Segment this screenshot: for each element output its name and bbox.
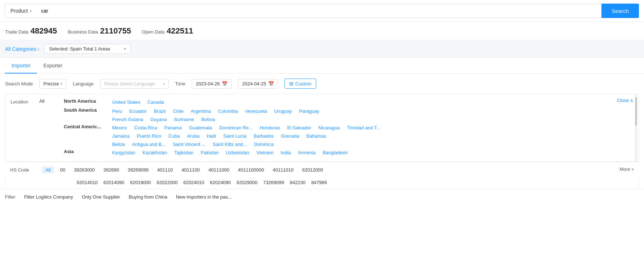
country-nicaragua[interactable]: Nicaragua — [316, 124, 342, 132]
hs-code-62014010[interactable]: 62014010 — [74, 179, 101, 186]
hs-code-4011100[interactable]: 4011100 — [178, 166, 203, 173]
country-ecuador[interactable]: Ecuador — [127, 107, 149, 115]
search-button[interactable]: Search — [601, 4, 639, 18]
country-mexico[interactable]: Mexico — [110, 124, 129, 132]
country-el-salvador[interactable]: El Salvador — [285, 124, 313, 132]
hs-code-all-button[interactable]: All — [42, 166, 54, 173]
hs-code-392690[interactable]: 392690 — [101, 166, 122, 173]
country-armenia[interactable]: Armenia — [296, 149, 318, 156]
location-all-button[interactable]: All — [39, 98, 44, 104]
country-saint-lucia[interactable]: Saint Lucia — [221, 132, 248, 140]
country-saint-kitts[interactable]: Saint Kitts and... — [211, 141, 249, 148]
country-barbados[interactable]: Barbados — [251, 132, 276, 140]
country-saint-vincent[interactable]: Saint Vincent ... — [171, 141, 208, 148]
language-label: Language — [73, 81, 94, 86]
hs-code-401110[interactable]: 401110 — [154, 166, 176, 173]
country-aruba[interactable]: Aruba — [185, 132, 202, 140]
country-costa-rica[interactable]: Costa Rica — [132, 124, 159, 132]
trade-data-num: 482945 — [31, 26, 57, 36]
country-kazakhstan[interactable]: Kazakhstan — [140, 149, 169, 156]
filter-one-supplier[interactable]: Only One Supplier — [82, 194, 120, 200]
country-dominican-rep[interactable]: Dominican Re... — [217, 124, 255, 132]
country-argentina[interactable]: Argentina — [189, 107, 213, 115]
options-row: Search Mode Precise ▾ Language Please Se… — [0, 74, 644, 94]
scrollbar-thumb[interactable] — [635, 97, 637, 126]
country-grenada[interactable]: Grenada — [279, 132, 301, 140]
mode-select-dropdown[interactable]: Precise ▾ — [39, 79, 66, 89]
hs-code-62014090[interactable]: 62014090 — [101, 179, 127, 186]
language-select-dropdown[interactable]: Please Select Language ▾ — [100, 79, 169, 89]
filter-buying-china[interactable]: Buying from China — [129, 194, 167, 200]
date-end-value: 2024-04-25 — [242, 81, 266, 86]
hs-code-4011100000[interactable]: 4011100000 — [235, 166, 267, 173]
custom-button[interactable]: ⊞ Custom — [284, 79, 316, 89]
hs-code-62022000[interactable]: 62022000 — [154, 179, 181, 186]
close-location-button[interactable]: Close ∧ — [617, 98, 634, 103]
all-categories-button[interactable]: All Categories › — [5, 46, 39, 52]
hs-code-62024010[interactable]: 62024010 — [180, 179, 207, 186]
country-dominica[interactable]: Dominica — [252, 141, 275, 148]
trade-data-label: Trade Data — [5, 29, 28, 35]
country-brazil[interactable]: Brazil — [152, 107, 168, 115]
filter-bar: All Categories › Selected: Spain Total 1… — [0, 40, 644, 58]
country-canada[interactable]: Canada — [145, 98, 166, 106]
country-pakistan[interactable]: Pakistan — [199, 149, 221, 156]
north-america-label: North America — [64, 98, 107, 104]
country-french-guiana[interactable]: French Guiana — [110, 116, 145, 123]
country-belize[interactable]: Belize — [110, 141, 127, 148]
country-kyrgyzstan[interactable]: Kyrgyzstan — [110, 149, 137, 156]
country-bahamas[interactable]: Bahamas — [304, 132, 328, 140]
filter-strip: Filter Filter Logitics Company Only One … — [0, 189, 644, 203]
country-united-states[interactable]: United States — [110, 98, 142, 106]
hs-code-842230[interactable]: 842230 — [287, 179, 308, 186]
hs-code-40111000[interactable]: 40111000 — [206, 166, 232, 173]
search-input[interactable] — [37, 4, 601, 18]
tab-exporter[interactable]: Exporter — [37, 58, 69, 74]
hs-code-62012000[interactable]: 62012000 — [299, 166, 326, 173]
area-dropdown-arrow-icon: ▾ — [124, 46, 126, 51]
country-colombia[interactable]: Colombia — [216, 107, 240, 115]
country-cuba[interactable]: Cuba — [166, 132, 182, 140]
country-vietnam[interactable]: Vietnam — [254, 149, 275, 156]
calendar-end-icon[interactable]: 📅 — [268, 81, 274, 86]
country-jamaica[interactable]: Jamaica — [110, 132, 132, 140]
country-venezuela[interactable]: Venezuela — [243, 107, 269, 115]
country-paraguay[interactable]: Paraguay — [297, 107, 321, 115]
hs-code-39263000[interactable]: 39263000 — [71, 166, 98, 173]
country-honduras[interactable]: Honduras — [257, 124, 282, 132]
country-india[interactable]: India — [278, 149, 293, 156]
filter-logistics-company[interactable]: Filter Logitics Company — [24, 194, 73, 200]
search-type-dropdown[interactable]: Product ▾ — [5, 4, 37, 18]
country-peru[interactable]: Peru — [110, 107, 124, 115]
hs-code-40111010[interactable]: 40111010 — [270, 166, 296, 173]
hs-code-39269099[interactable]: 39269099 — [125, 166, 151, 173]
country-guyana[interactable]: Guyana — [148, 116, 169, 123]
tab-importer[interactable]: Importer — [5, 58, 37, 74]
country-bolivia[interactable]: Bolivia — [199, 116, 217, 123]
hs-code-62024090[interactable]: 62024090 — [207, 179, 234, 186]
country-puerto-rico[interactable]: Puerto Rico — [134, 132, 163, 140]
country-chile[interactable]: Chile — [171, 107, 186, 115]
country-trinidad[interactable]: Trinidad and T... — [345, 124, 383, 132]
hs-code-62029000[interactable]: 62029000 — [234, 179, 260, 186]
country-antigua[interactable]: Antigua and B... — [130, 141, 168, 148]
hs-code-62019000[interactable]: 62019000 — [127, 179, 154, 186]
country-uzbekistan[interactable]: Uzbekistan — [224, 149, 251, 156]
hs-code-more-button[interactable]: More ∨ — [619, 166, 634, 172]
country-panama[interactable]: Panama — [162, 124, 184, 132]
filter-new-importers[interactable]: New importers in the pas... — [176, 194, 232, 200]
close-label: Close — [617, 98, 629, 103]
area-select-dropdown[interactable]: Selected: Spain Total 1 Areas ▾ — [44, 44, 131, 54]
country-guatemala[interactable]: Guatemala — [187, 124, 214, 132]
date-end-input[interactable]: 2024-04-25 📅 — [238, 79, 278, 89]
country-suriname[interactable]: Suriname — [172, 116, 197, 123]
calendar-start-icon[interactable]: 📅 — [222, 81, 228, 86]
date-start-input[interactable]: 2023-04-26 📅 — [192, 79, 232, 89]
country-tajikistan[interactable]: Tajikistan — [172, 149, 195, 156]
country-bangladesh[interactable]: Bangladesh — [321, 149, 350, 156]
country-uruguay[interactable]: Uruguay — [272, 107, 294, 115]
hs-code-847989[interactable]: 847989 — [308, 179, 330, 186]
hs-code-00[interactable]: 00 — [57, 166, 68, 173]
hs-code-73269099[interactable]: 73269099 — [260, 179, 287, 186]
country-haiti[interactable]: Haiti — [204, 132, 218, 140]
